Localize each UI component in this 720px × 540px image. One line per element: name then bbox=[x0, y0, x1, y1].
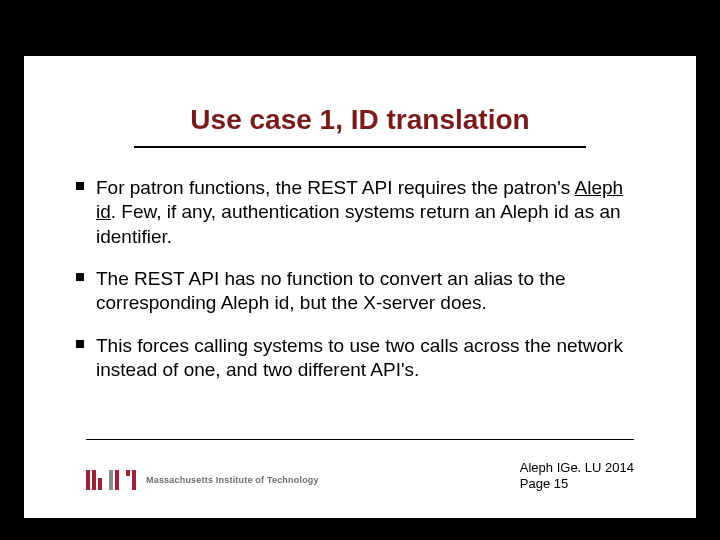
bullet-square-icon bbox=[76, 176, 96, 190]
list-item: This forces calling systems to use two c… bbox=[76, 334, 644, 383]
bullet-square-icon bbox=[76, 267, 96, 281]
text-segment: . Few, if any, authentication systems re… bbox=[96, 201, 621, 246]
title-wrap: Use case 1, ID translation bbox=[24, 56, 696, 148]
mit-logo-icon bbox=[86, 470, 136, 490]
footer-line1: Aleph IGe. LU 2014 bbox=[520, 460, 634, 476]
bullet-text: The REST API has no function to convert … bbox=[96, 267, 644, 316]
mit-logo: Massachusetts Institute of Technology bbox=[86, 470, 319, 490]
list-item: The REST API has no function to convert … bbox=[76, 267, 644, 316]
slide: Use case 1, ID translation For patron fu… bbox=[24, 56, 696, 518]
text-segment: This forces calling systems to use two c… bbox=[96, 335, 623, 380]
text-segment: For patron functions, the REST API requi… bbox=[96, 177, 575, 198]
mit-logo-text: Massachusetts Institute of Technology bbox=[146, 475, 319, 485]
footer-line2: Page 15 bbox=[520, 476, 634, 492]
title-rule bbox=[134, 146, 586, 148]
footer-rule bbox=[86, 439, 634, 440]
list-item: For patron functions, the REST API requi… bbox=[76, 176, 644, 249]
bullet-square-icon bbox=[76, 334, 96, 348]
footer-text: Aleph IGe. LU 2014 Page 15 bbox=[520, 460, 634, 493]
slide-title: Use case 1, ID translation bbox=[190, 104, 529, 140]
text-segment: The REST API has no function to convert … bbox=[96, 268, 566, 313]
bullet-text: For patron functions, the REST API requi… bbox=[96, 176, 644, 249]
bullet-text: This forces calling systems to use two c… bbox=[96, 334, 644, 383]
bullet-list: For patron functions, the REST API requi… bbox=[76, 176, 644, 382]
